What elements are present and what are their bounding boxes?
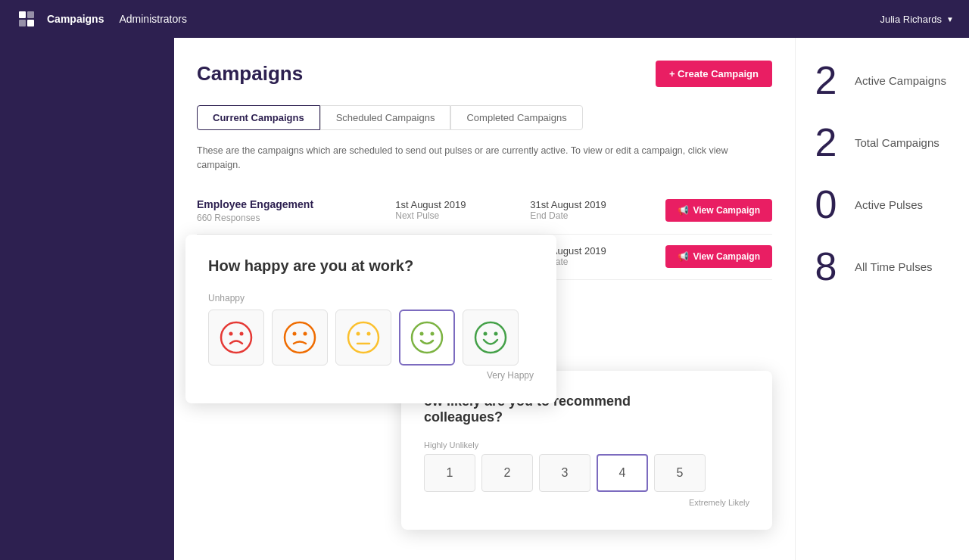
tabs: Current Campaigns Scheduled Campaigns Co… — [197, 105, 772, 130]
number-option-5[interactable]: 5 — [654, 454, 706, 492]
content-area: Campaigns + Create Campaign Current Camp… — [174, 38, 795, 560]
megaphone-icon-2: 📢 — [678, 251, 689, 262]
scale-labels-bottom: Extremely Likely — [424, 498, 749, 507]
sidebar — [0, 38, 174, 560]
number-row: 1 2 3 4 5 — [424, 454, 749, 492]
stat-number-total-campaigns: 2 — [811, 123, 841, 162]
scale-label-likely: Extremely Likely — [689, 498, 749, 507]
svg-point-8 — [293, 332, 297, 336]
create-campaign-button[interactable]: + Create Campaign — [656, 61, 772, 87]
stat-number-all-time-pulses: 8 — [811, 247, 841, 286]
stat-total-campaigns: 2 Total Campaigns — [811, 123, 954, 162]
svg-point-14 — [412, 322, 442, 353]
stat-all-time-pulses: 8 All Time Pulses — [811, 247, 954, 286]
logo-icon — [15, 8, 38, 30]
svg-point-9 — [304, 332, 307, 336]
svg-rect-2 — [19, 20, 26, 26]
svg-point-17 — [475, 322, 506, 353]
emoji-option-2[interactable] — [272, 310, 328, 366]
emoji-option-1[interactable] — [208, 310, 264, 366]
megaphone-icon: 📢 — [678, 205, 689, 216]
number-option-1[interactable]: 1 — [424, 454, 475, 492]
stat-active-pulses: 0 Active Pulses — [811, 185, 954, 224]
end-date-value: 31st August 2019 — [530, 199, 657, 210]
emoji-row — [208, 310, 534, 366]
navbar: Campaigns Administrators Julia Richards … — [0, 0, 969, 38]
stat-label-all-time-pulses: All Time Pulses — [855, 260, 933, 273]
navbar-links: Campaigns Administrators — [47, 13, 880, 25]
svg-point-18 — [484, 332, 488, 336]
svg-rect-0 — [19, 11, 26, 18]
campaign-info: Employee Engagement 660 Responses — [197, 198, 388, 223]
svg-point-7 — [285, 322, 315, 353]
tab-current-campaigns[interactable]: Current Campaigns — [197, 105, 320, 130]
campaign-responses: 660 Responses — [197, 213, 388, 223]
emoji-label-unhappy: Unhappy — [208, 293, 534, 303]
description-text: These are the campaigns which are schedu… — [197, 144, 772, 173]
tab-completed-campaigns[interactable]: Completed Campaigns — [450, 105, 582, 130]
next-pulse-label: Next Pulse — [395, 210, 522, 221]
svg-rect-3 — [27, 20, 34, 26]
survey-question-happy: How happy are you at work? — [208, 257, 534, 275]
stat-label-total-campaigns: Total Campaigns — [855, 136, 939, 149]
number-option-2[interactable]: 2 — [481, 454, 533, 492]
table-row: Employee Engagement 660 Responses 1st Au… — [197, 188, 772, 235]
stat-active-campaigns: 2 Active Campaigns — [811, 61, 954, 100]
number-option-3[interactable]: 3 — [539, 454, 590, 492]
view-campaign-button-2[interactable]: 📢 View Campaign — [665, 245, 772, 268]
svg-rect-1 — [27, 11, 34, 18]
svg-point-10 — [348, 322, 379, 353]
svg-point-12 — [367, 332, 371, 336]
emoji-label-very-happy: Very Happy — [208, 370, 534, 381]
stat-label-active-pulses: Active Pulses — [855, 198, 923, 211]
svg-point-5 — [229, 332, 233, 336]
view-campaign-button-1[interactable]: 📢 View Campaign — [665, 199, 772, 222]
svg-point-6 — [240, 332, 244, 336]
main-container: Campaigns + Create Campaign Current Camp… — [174, 38, 969, 560]
nav-administrators[interactable]: Administrators — [119, 13, 186, 25]
survey-card-happy: How happy are you at work? Unhappy — [185, 235, 556, 403]
stat-number-active-pulses: 0 — [811, 185, 841, 224]
next-pulse-date: 1st August 2019 — [395, 199, 522, 210]
scale-label-unlikely: Highly Unlikely — [424, 440, 478, 450]
svg-point-4 — [221, 322, 251, 353]
user-name: Julia Richards — [880, 14, 942, 25]
tab-scheduled-campaigns[interactable]: Scheduled Campaigns — [320, 105, 451, 130]
chevron-down-icon: ▼ — [946, 15, 954, 23]
stat-label-active-campaigns: Active Campaigns — [855, 74, 946, 87]
emoji-option-3[interactable] — [335, 310, 391, 366]
svg-point-16 — [431, 332, 435, 336]
page-title: Campaigns — [197, 62, 303, 86]
campaign-next-pulse: 1st August 2019 Next Pulse — [395, 199, 522, 222]
user-menu[interactable]: Julia Richards ▼ — [880, 14, 954, 25]
stats-panel: 2 Active Campaigns 2 Total Campaigns 0 A… — [795, 38, 969, 560]
nav-campaigns[interactable]: Campaigns — [47, 13, 104, 25]
campaign-name: Employee Engagement — [197, 198, 388, 210]
emoji-option-5[interactable] — [463, 310, 519, 366]
stat-number-active-campaigns: 2 — [811, 61, 841, 100]
svg-point-15 — [420, 332, 424, 336]
emoji-option-4[interactable] — [399, 310, 455, 366]
svg-point-19 — [494, 332, 498, 336]
svg-point-11 — [357, 332, 360, 336]
end-date-label: End Date — [530, 210, 657, 221]
page-header: Campaigns + Create Campaign — [197, 61, 772, 87]
scale-label-top: Highly Unlikely — [424, 440, 749, 450]
number-option-4[interactable]: 4 — [597, 454, 648, 492]
campaign-end-date: 31st August 2019 End Date — [530, 199, 657, 222]
